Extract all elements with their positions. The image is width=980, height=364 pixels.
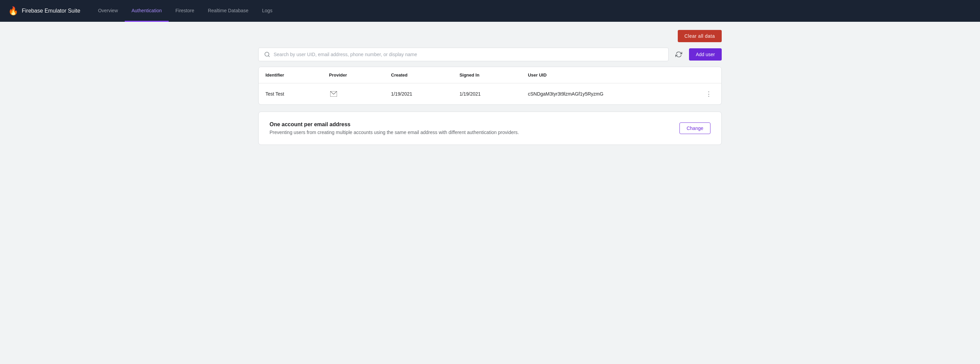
column-header-actions (696, 67, 721, 83)
policy-content: One account per email address Preventing… (269, 122, 519, 135)
nav-item-overview[interactable]: Overview (91, 0, 125, 22)
app-title: Firebase Emulator Suite (22, 8, 80, 14)
email-provider-icon (329, 90, 338, 97)
policy-description: Preventing users from creating multiple … (269, 130, 519, 135)
change-button[interactable]: Change (679, 122, 711, 134)
nav-item-logs[interactable]: Logs (255, 0, 279, 22)
main-nav: Overview Authentication Firestore Realti… (91, 0, 279, 22)
header: 🔥 Firebase Emulator Suite Overview Authe… (0, 0, 980, 22)
column-header-provider: Provider (322, 67, 384, 83)
cell-provider (322, 83, 384, 105)
column-header-signed-in: Signed In (452, 67, 521, 83)
clear-all-button[interactable]: Clear all data (678, 30, 722, 42)
search-box (258, 47, 668, 61)
cell-signed-in: 1/19/2021 (452, 83, 521, 105)
more-options-button[interactable]: ⋮ (703, 89, 714, 99)
add-user-button[interactable]: Add user (689, 48, 722, 60)
search-input[interactable] (274, 52, 663, 57)
firebase-logo-icon: 🔥 (8, 6, 18, 16)
toolbar-row: Clear all data (258, 30, 722, 42)
users-table-container: Identifier Provider Created Signed In Us… (258, 66, 722, 105)
cell-created: 1/19/2021 (384, 83, 453, 105)
cell-uid: cSNDgaM3tyr3t9lzmAGf1y5RyzmG (521, 83, 696, 105)
table-row: Test Test 1/19/2021 1/19/2021 cSNDgaM3ty… (259, 83, 721, 105)
column-header-identifier: Identifier (259, 67, 322, 83)
cell-actions: ⋮ (696, 83, 721, 105)
policy-title: One account per email address (269, 122, 519, 128)
users-table: Identifier Provider Created Signed In Us… (259, 67, 721, 104)
svg-line-1 (268, 55, 269, 57)
column-header-created: Created (384, 67, 453, 83)
table-header-row: Identifier Provider Created Signed In Us… (259, 67, 721, 83)
search-row: Add user (258, 47, 722, 61)
nav-item-realtime-database[interactable]: Realtime Database (201, 0, 255, 22)
logo-area: 🔥 Firebase Emulator Suite (8, 6, 80, 16)
refresh-button[interactable] (673, 48, 685, 60)
refresh-icon (675, 51, 682, 58)
nav-item-authentication[interactable]: Authentication (125, 0, 169, 22)
nav-item-firestore[interactable]: Firestore (169, 0, 201, 22)
column-header-uid: User UID (521, 67, 696, 83)
main-content: Clear all data Add user (245, 22, 735, 153)
policy-card: One account per email address Preventing… (258, 112, 722, 145)
search-icon (264, 51, 270, 57)
cell-identifier: Test Test (259, 83, 322, 105)
